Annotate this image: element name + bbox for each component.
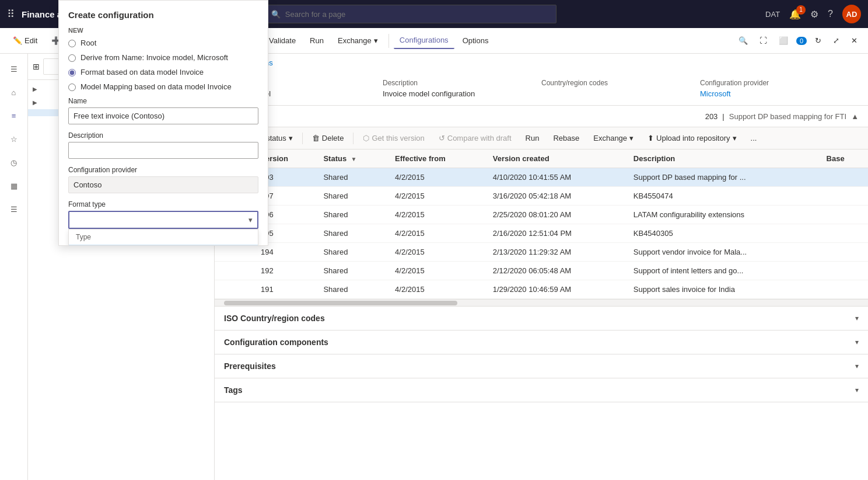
table-row[interactable]: 197 Shared 4/2/2015 3/16/2020 05:42:18 A… (215, 187, 868, 206)
notification-badge: 1 (796, 5, 806, 15)
th-description[interactable]: Description (626, 149, 820, 168)
help-icon[interactable]: ? (828, 9, 833, 19)
upload-repository-button[interactable]: ⬆ Upload into repository ▾ (643, 131, 741, 145)
table-row[interactable]: 196 Shared 4/2/2015 2/25/2020 08:01:20 A… (215, 206, 868, 224)
toolbar-separator-3 (388, 34, 389, 48)
maximize-icon[interactable]: ⤢ (830, 33, 843, 48)
versions-table-head: R... Version Status ▼ Effective from Ver… (215, 149, 868, 168)
tags-collapse-icon: ▾ (855, 386, 859, 394)
dropdown-item-excel[interactable]: Excel (69, 245, 258, 246)
table-row[interactable]: 194 Shared 4/2/2015 2/13/2020 11:29:32 A… (215, 243, 868, 262)
radio-format-model[interactable]: Format based on data model Invoice (68, 68, 258, 76)
create-config-title: Create configuration (68, 10, 258, 20)
prerequisites-collapse-icon: ▾ (855, 362, 859, 370)
table-row[interactable]: 195 Shared 4/2/2015 2/16/2020 12:51:04 P… (215, 224, 868, 243)
table-row[interactable]: 192 Shared 4/2/2015 2/12/2020 06:05:48 A… (215, 262, 868, 280)
chevron-right-icon-2: ▶ (33, 99, 37, 106)
toolbar-right: 🔍 ⛶ ⬜ 0 ↻ ⤢ ✕ (735, 33, 861, 48)
th-status[interactable]: Status ▼ (316, 149, 388, 168)
description-input[interactable] (68, 142, 258, 159)
config-country-col: Country/region codes (541, 79, 700, 98)
fullscreen-icon[interactable]: ⛶ (756, 33, 771, 48)
search-input[interactable] (285, 10, 550, 19)
left-menu-icon[interactable]: ☰ (4, 199, 24, 220)
filter-icon[interactable]: ⊞ (33, 62, 40, 71)
config-provider-value[interactable]: Microsoft (700, 89, 849, 98)
left-hamburger-icon[interactable]: ☰ (4, 58, 24, 79)
name-input[interactable] (68, 107, 258, 124)
exchange-v-chevron: ▾ (629, 134, 634, 142)
left-icon-bar: ☰ ⌂ ≡ ☆ ◷ ▦ ☰ (0, 54, 28, 480)
radio-root[interactable]: Root (68, 39, 258, 47)
versions-exchange-button[interactable]: Exchange ▾ (589, 131, 638, 145)
options-tab[interactable]: Options (457, 33, 495, 48)
versions-run-button[interactable]: Run (521, 131, 544, 145)
left-star-icon[interactable]: ☆ (4, 128, 24, 149)
th-effective-from[interactable]: Effective from (388, 149, 486, 168)
search-icon: 🔍 (271, 10, 281, 19)
v-separator-1 (302, 133, 303, 144)
get-version-icon: ⬡ (363, 134, 369, 142)
upload-icon: ⬆ (648, 134, 654, 142)
chevron-down-icon[interactable]: ▾ (244, 212, 257, 228)
radio-derive[interactable]: Derive from Name: Invoice model, Microso… (68, 53, 258, 62)
apps-grid-icon[interactable]: ⠿ (7, 8, 15, 20)
exchange-button[interactable]: Exchange ▾ (332, 33, 384, 48)
config-provider-col: Configuration provider Microsoft (700, 79, 859, 98)
compare-draft-button[interactable]: ↺ Compare with draft (434, 131, 516, 145)
format-type-input[interactable] (69, 212, 244, 228)
upload-chevron-icon: ▾ (733, 134, 737, 142)
validate-button[interactable]: Validate (263, 33, 302, 48)
avatar[interactable]: AD (842, 5, 861, 23)
left-clock-icon[interactable]: ◷ (4, 152, 24, 173)
edit-button[interactable]: ✏️ Edit (7, 33, 43, 48)
versions-delete-button[interactable]: 🗑 Delete (307, 131, 349, 145)
scrollbar-thumb[interactable] (224, 301, 457, 305)
new-section-label: New (68, 27, 258, 34)
table-row[interactable]: 191 Shared 4/2/2015 1/29/2020 10:46:59 A… (215, 280, 868, 299)
tags-header[interactable]: Tags ▾ (215, 378, 868, 402)
settings-icon[interactable]: ⚙ (810, 9, 818, 20)
main-content: Configurations Name Invoice model Descri… (215, 54, 868, 480)
top-nav-right: DAT 🔔 1 ⚙ ? AD (765, 5, 861, 23)
configurations-tab[interactable]: Configurations (394, 32, 454, 49)
toolbar-search-icon[interactable]: 🔍 (735, 33, 751, 48)
notification-bell[interactable]: 🔔 1 (789, 9, 801, 20)
panel-icon[interactable]: ⬜ (775, 33, 792, 48)
more-button[interactable]: ... (746, 131, 762, 145)
iso-collapse-icon: ▾ (855, 314, 859, 322)
radio-model-mapping[interactable]: Model Mapping based on data model Invoic… (68, 82, 258, 91)
left-home-icon[interactable]: ⌂ (4, 82, 24, 103)
iso-header[interactable]: ISO Country/region codes ▾ (215, 307, 868, 330)
refresh-icon[interactable]: ↻ (811, 33, 825, 48)
rebase-button[interactable]: Rebase (548, 131, 584, 145)
versions-table-header-row: R... Version Status ▼ Effective from Ver… (215, 149, 868, 168)
table-row[interactable]: 203 Shared 4/2/2015 4/10/2020 10:41:55 A… (215, 168, 868, 187)
config-desc-value: Invoice model configuration (383, 89, 532, 98)
left-list-icon[interactable]: ≡ (4, 105, 24, 126)
format-type-dropdown: Type Excel JSON PDF Text Word XML (68, 229, 258, 246)
prerequisites-header[interactable]: Prerequisites ▾ (215, 354, 868, 378)
left-grid-icon[interactable]: ▦ (4, 175, 24, 196)
search-bar[interactable]: 🔍 (265, 5, 556, 23)
close-icon[interactable]: ✕ (848, 33, 861, 48)
format-type-input-row[interactable]: ▾ (68, 211, 258, 229)
horizontal-scrollbar[interactable] (215, 299, 868, 306)
versions-collapse-icon[interactable]: ▲ (851, 112, 859, 121)
run-button[interactable]: Run (304, 33, 330, 48)
chevron-right-icon-1: ▶ (33, 86, 37, 92)
provider-value: Contoso (68, 176, 258, 193)
get-version-button[interactable]: ⬡ Get this version (358, 131, 429, 145)
description-field: Description (68, 131, 258, 159)
components-header[interactable]: Configuration components ▾ (215, 331, 868, 354)
breadcrumb: Configurations (215, 54, 868, 72)
versions-info: 203 | Support DP based mapping for FTI ▲ (705, 112, 859, 121)
th-version-created[interactable]: Version created (486, 149, 626, 168)
config-header: Name Invoice model Description Invoice m… (215, 72, 868, 106)
versions-table-body: 203 Shared 4/2/2015 4/10/2020 10:41:55 A… (215, 168, 868, 299)
create-config-panel: Create configuration New Root Derive fro… (58, 0, 268, 246)
config-header-row: Name Invoice model Description Invoice m… (224, 79, 859, 98)
config-provider-field: Configuration provider Contoso (68, 166, 258, 193)
th-base[interactable]: Base (820, 149, 868, 168)
counter-badge: 0 (796, 37, 807, 45)
